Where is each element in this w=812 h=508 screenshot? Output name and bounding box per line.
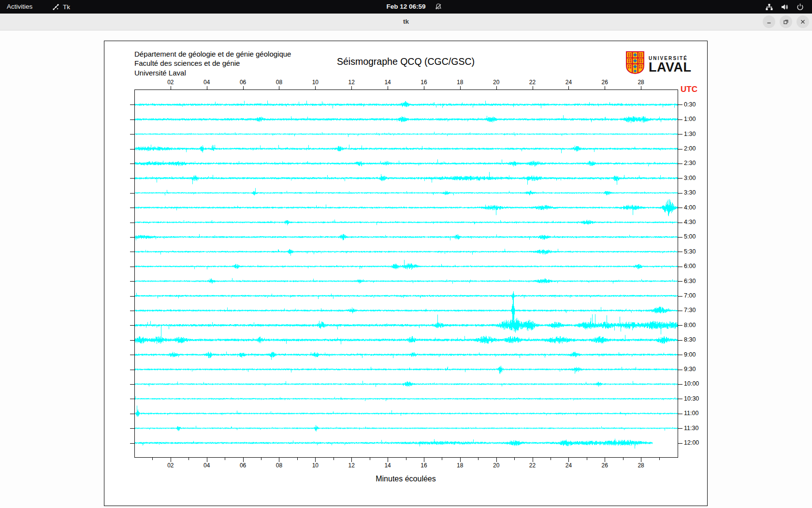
trace-time-label: 11:30 [684, 425, 698, 432]
x-axis-title: Minutes écoulées [134, 475, 677, 483]
utc-axis-label: UTC [681, 85, 697, 94]
x-tick-label-bottom: 20 [487, 462, 506, 469]
maximize-icon [783, 19, 789, 25]
x-tick-bottom [370, 458, 370, 460]
x-tick-label-top: 26 [595, 79, 614, 86]
x-tick-label-top: 24 [559, 79, 578, 86]
trace-tick-left [130, 340, 134, 341]
x-tick-bottom [568, 458, 569, 462]
window-controls [763, 15, 809, 28]
minimize-icon [766, 19, 772, 25]
universite-laval-logo: UNIVERSITÉ LAVAL [625, 51, 691, 75]
institution-line: Université Laval [134, 68, 291, 77]
x-tick-bottom [460, 458, 461, 462]
trace-tick-left [130, 281, 134, 282]
x-tick-top [207, 86, 207, 90]
trace-tick-right [678, 325, 682, 326]
trace-time-label: 11:00 [684, 410, 698, 417]
trace-tick-right [678, 428, 682, 429]
trace-tick-left [130, 193, 134, 194]
x-tick-bottom [261, 458, 261, 460]
gnome-top-bar: Activities Tk Feb 12 06:59 [0, 0, 812, 14]
trace-time-label: 2:00 [684, 145, 696, 152]
close-icon [800, 19, 806, 25]
minimize-button[interactable] [763, 15, 775, 28]
trace-tick-right [678, 414, 682, 414]
window-content: Département de géologie et de génie géol… [0, 30, 812, 508]
close-button[interactable] [797, 15, 809, 28]
trace-time-label: 7:00 [684, 292, 696, 299]
trace-tick-right [678, 134, 682, 134]
seismogram-traces-canvas [135, 90, 678, 457]
x-tick-top [496, 86, 497, 90]
x-tick-bottom [297, 458, 298, 460]
x-tick-label-top: 06 [233, 79, 253, 86]
x-tick-bottom [605, 458, 605, 462]
trace-tick-right [678, 208, 682, 208]
x-tick-label-bottom: 18 [450, 462, 470, 469]
x-tick-bottom [388, 458, 388, 462]
trace-time-label: 8:00 [684, 322, 696, 329]
trace-tick-left [130, 178, 134, 179]
trace-tick-left [130, 149, 134, 149]
system-tray[interactable] [765, 0, 812, 14]
x-tick-bottom [334, 458, 334, 460]
trace-time-label: 10:00 [684, 380, 699, 388]
trace-tick-right [678, 193, 682, 194]
chart-title: Séismographe QCQ (CGC/GSC) [134, 56, 677, 67]
laval-shield-icon [625, 51, 645, 75]
trace-tick-right [678, 355, 682, 355]
x-tick-label-bottom: 04 [197, 462, 217, 469]
x-tick-label-top: 12 [342, 79, 361, 86]
trace-time-label: 1:30 [684, 131, 696, 138]
trace-tick-left [130, 384, 134, 385]
trace-tick-left [130, 267, 134, 267]
x-tick-bottom [225, 458, 225, 460]
trace-time-label: 5:00 [684, 233, 696, 240]
x-tick-label-bottom: 10 [305, 462, 325, 469]
x-tick-top [315, 86, 316, 90]
trace-time-label: 6:30 [684, 278, 696, 285]
window-titlebar[interactable]: tk [0, 14, 812, 30]
x-tick-label-top: 08 [269, 79, 289, 86]
x-tick-label-bottom: 14 [378, 462, 397, 469]
x-tick-top [460, 86, 461, 90]
x-tick-label-top: 28 [631, 79, 651, 86]
x-tick-label-top: 16 [414, 79, 434, 86]
x-tick-bottom [514, 458, 515, 460]
x-tick-bottom [551, 458, 551, 460]
trace-tick-right [678, 296, 682, 297]
x-tick-top [568, 86, 569, 90]
x-tick-bottom [188, 458, 189, 460]
x-tick-bottom [152, 458, 153, 460]
x-tick-bottom [587, 458, 587, 460]
trace-tick-left [130, 105, 134, 105]
trace-tick-left [130, 223, 134, 223]
trace-tick-left [130, 414, 134, 414]
trace-tick-left [130, 296, 134, 297]
trace-tick-right [678, 370, 682, 370]
x-tick-bottom [171, 458, 171, 462]
x-tick-label-bottom: 16 [414, 462, 434, 469]
trace-tick-right [678, 340, 682, 341]
x-tick-label-bottom: 12 [342, 462, 361, 469]
x-tick-label-bottom: 28 [631, 462, 651, 469]
maximize-button[interactable] [780, 15, 792, 28]
trace-tick-left [130, 208, 134, 208]
trace-time-label: 4:30 [684, 219, 696, 226]
trace-time-label: 12:00 [684, 439, 699, 447]
x-tick-bottom [424, 458, 424, 462]
wired-network-icon [765, 3, 773, 11]
trace-tick-right [678, 267, 682, 267]
clock[interactable]: Feb 12 06:59 [0, 0, 812, 14]
x-tick-top [605, 86, 605, 90]
clock-text: Feb 12 06:59 [386, 0, 425, 14]
trace-tick-left [130, 311, 134, 311]
trace-tick-right [678, 164, 682, 164]
trace-tick-left [130, 443, 134, 444]
x-tick-top [171, 86, 171, 90]
trace-tick-right [678, 149, 682, 149]
trace-tick-right [678, 443, 682, 444]
trace-tick-left [130, 370, 134, 370]
x-tick-label-top: 22 [523, 79, 542, 86]
